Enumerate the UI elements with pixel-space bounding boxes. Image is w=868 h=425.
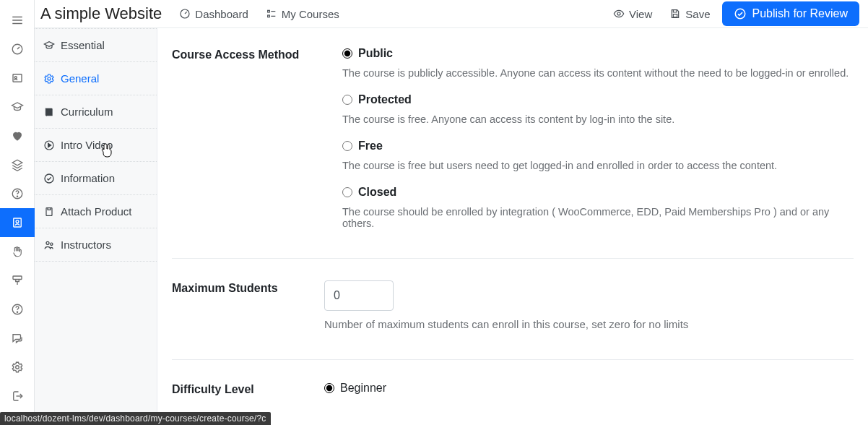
graduation-icon [43, 40, 55, 51]
publish-button[interactable]: Publish for Review [722, 1, 860, 26]
svg-point-9 [16, 220, 19, 223]
radio-title: Free [358, 139, 383, 153]
gear-icon[interactable] [0, 353, 35, 382]
dashboard-label: Dashboard [195, 8, 248, 20]
sidebar-item-label: Intro Video [61, 139, 113, 151]
svg-rect-16 [267, 15, 269, 17]
radio-input-closed[interactable] [342, 187, 352, 197]
svg-point-24 [46, 241, 49, 244]
icon-rail [0, 0, 35, 425]
svg-point-19 [735, 9, 745, 19]
svg-rect-15 [267, 10, 269, 12]
attachment-icon [43, 206, 55, 218]
access-option-closed: Closed The course should be enrolled by … [342, 186, 854, 229]
radio-beginner[interactable]: Beginner [324, 382, 854, 395]
svg-rect-23 [46, 207, 52, 215]
sidebar-item-label: Instructors [61, 239, 111, 251]
difficulty-label: Difficulty Level [172, 382, 313, 396]
hamburger-icon[interactable] [0, 6, 35, 35]
sidebar-item-essential[interactable]: Essential [35, 28, 157, 62]
sidebar-item-information[interactable]: Information [35, 162, 157, 195]
sidebar-item-attach-product[interactable]: Attach Product [35, 195, 157, 228]
help-icon[interactable] [0, 179, 35, 208]
svg-point-17 [617, 12, 620, 15]
row-access-method: Course Access Method Public The course i… [172, 47, 854, 258]
graduation-icon[interactable] [0, 93, 35, 121]
radio-title: Public [358, 47, 393, 60]
max-students-help: Number of maximum students can enroll in… [324, 318, 854, 330]
sidebar-item-label: Attach Product [61, 205, 131, 218]
gauge-icon [179, 8, 191, 20]
svg-point-20 [48, 77, 51, 80]
svg-point-12 [17, 312, 17, 312]
play-icon [43, 139, 55, 151]
row-difficulty: Difficulty Level Beginner [172, 359, 854, 396]
section-sidebar: Essential General Curriculum Intro Video… [35, 28, 157, 425]
sidebar-item-intro-video[interactable]: Intro Video [35, 129, 157, 162]
radio-desc: The course is free. Anyone can access it… [342, 113, 854, 125]
radio-input-public[interactable] [342, 48, 352, 59]
radio-title: Closed [358, 186, 396, 199]
publish-label: Publish for Review [752, 7, 849, 20]
radio-desc: The course is publicly accessible. Anyon… [342, 67, 854, 79]
radio-closed[interactable]: Closed [342, 186, 854, 199]
topbar: A simple Website Dashboard My Courses Vi… [35, 0, 868, 28]
max-students-input[interactable] [324, 280, 394, 311]
access-option-public: Public The course is publicly accessible… [342, 47, 854, 79]
svg-rect-18 [674, 14, 677, 17]
access-option-protected: Protected The course is free. Anyone can… [342, 93, 854, 125]
access-option-free: Free The course is free but users need t… [342, 139, 854, 171]
svg-point-13 [15, 366, 19, 369]
radio-input-free[interactable] [342, 141, 352, 151]
form-panel: Course Access Method Public The course i… [157, 28, 868, 425]
my-courses-link[interactable]: My Courses [260, 4, 345, 25]
sidebar-item-curriculum[interactable]: Curriculum [35, 95, 157, 129]
radio-input-protected[interactable] [342, 95, 352, 105]
max-students-label: Maximum Students [172, 280, 313, 295]
hand-icon[interactable] [0, 237, 35, 266]
view-link[interactable]: View [607, 4, 658, 25]
sidebar-item-label: Curriculum [61, 106, 113, 118]
sidebar-item-label: Information [61, 172, 115, 184]
save-label: Save [685, 8, 710, 20]
layers-icon[interactable] [0, 150, 35, 179]
view-label: View [629, 8, 652, 20]
heart-icon[interactable] [0, 121, 35, 150]
check-circle-icon [43, 173, 55, 184]
badge-icon[interactable] [0, 208, 35, 237]
radio-desc: The course should be enrolled by integra… [342, 206, 854, 229]
dashboard-link[interactable]: Dashboard [173, 4, 253, 25]
save-icon [669, 8, 681, 20]
svg-rect-10 [13, 276, 22, 280]
sidebar-item-instructors[interactable]: Instructors [35, 228, 157, 262]
radio-title: Protected [358, 93, 412, 106]
save-link[interactable]: Save [664, 4, 716, 25]
radio-desc: The course is free but users need to get… [342, 160, 854, 171]
svg-point-5 [14, 77, 17, 79]
my-courses-label: My Courses [282, 8, 339, 20]
row-max-students: Maximum Students Number of maximum stude… [172, 258, 854, 359]
sidebar-item-label: General [61, 72, 99, 85]
radio-protected[interactable]: Protected [342, 93, 854, 106]
idcard-icon[interactable] [0, 64, 35, 93]
check-circle-icon [734, 7, 747, 20]
access-method-label: Course Access Method [172, 47, 313, 61]
withdraw-icon[interactable] [0, 266, 35, 295]
page-title: A simple Website [40, 4, 162, 23]
radio-input-beginner[interactable] [324, 383, 334, 393]
help2-icon[interactable] [0, 295, 35, 324]
radio-public[interactable]: Public [342, 47, 854, 60]
gauge-icon[interactable] [0, 35, 35, 64]
radio-title: Beginner [340, 382, 386, 395]
sidebar-item-label: Essential [61, 39, 105, 51]
svg-point-7 [17, 196, 17, 197]
logout-icon[interactable] [0, 382, 35, 411]
list-icon [266, 8, 277, 20]
status-bar: localhost/dozent-lms/dev/dashboard/my-co… [0, 412, 271, 425]
sidebar-item-general[interactable]: General [35, 62, 157, 95]
svg-point-22 [45, 174, 53, 183]
gear-icon [43, 73, 55, 85]
chat-icon[interactable] [0, 324, 35, 353]
users-icon [43, 239, 55, 251]
radio-free[interactable]: Free [342, 139, 854, 153]
